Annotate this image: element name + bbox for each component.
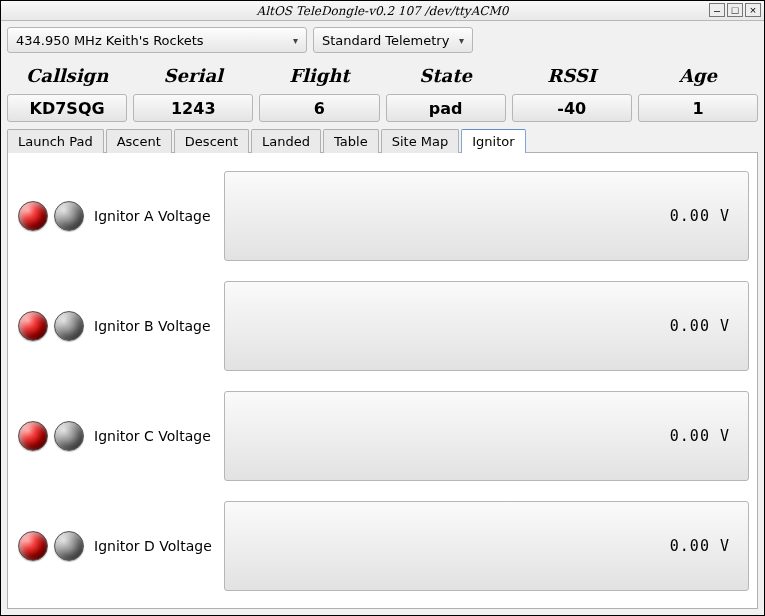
telemetry-dropdown[interactable]: Standard Telemetry ▾ [313, 27, 473, 53]
chevron-down-icon: ▾ [293, 35, 298, 46]
status-header: State [386, 59, 506, 90]
led-red-icon [18, 421, 48, 451]
status-value: pad [386, 94, 506, 122]
voltage-display: 0.00 V [224, 391, 749, 481]
ignitor-label: Ignitor A Voltage [94, 208, 214, 224]
ignitor-label: Ignitor B Voltage [94, 318, 214, 334]
status-age: Age 1 [638, 59, 758, 122]
status-header: Serial [133, 59, 253, 90]
ignitor-panel: Ignitor A Voltage 0.00 V Ignitor B Volta… [7, 152, 758, 609]
tab-ignitor[interactable]: Ignitor [461, 129, 525, 153]
ignitor-label: Ignitor C Voltage [94, 428, 214, 444]
status-header: Age [638, 59, 758, 90]
led-group [18, 531, 84, 561]
status-header: Flight [259, 59, 379, 90]
status-value: 1243 [133, 94, 253, 122]
status-value: -40 [512, 94, 632, 122]
ignitor-row: Ignitor C Voltage 0.00 V [16, 381, 749, 491]
status-row: Callsign KD7SQG Serial 1243 Flight 6 Sta… [1, 55, 764, 128]
frequency-dropdown[interactable]: 434.950 MHz Keith's Rockets ▾ [7, 27, 307, 53]
led-red-icon [18, 201, 48, 231]
status-header: Callsign [7, 59, 127, 90]
status-value: KD7SQG [7, 94, 127, 122]
tab-table[interactable]: Table [323, 129, 379, 153]
chevron-down-icon: ▾ [459, 35, 464, 46]
status-state: State pad [386, 59, 506, 122]
window-controls: – □ × [709, 3, 761, 17]
app-window: AltOS TeleDongle-v0.2 107 /dev/ttyACM0 –… [0, 0, 765, 616]
voltage-display: 0.00 V [224, 281, 749, 371]
voltage-display: 0.00 V [224, 501, 749, 591]
tab-descent[interactable]: Descent [174, 129, 249, 153]
status-value: 6 [259, 94, 379, 122]
window-title: AltOS TeleDongle-v0.2 107 /dev/ttyACM0 [257, 4, 509, 18]
titlebar: AltOS TeleDongle-v0.2 107 /dev/ttyACM0 –… [1, 1, 764, 21]
voltage-display: 0.00 V [224, 171, 749, 261]
toolbar: 434.950 MHz Keith's Rockets ▾ Standard T… [1, 21, 764, 55]
led-red-icon [18, 531, 48, 561]
tab-landed[interactable]: Landed [251, 129, 321, 153]
tab-site-map[interactable]: Site Map [381, 129, 460, 153]
led-red-icon [18, 311, 48, 341]
status-rssi: RSSI -40 [512, 59, 632, 122]
led-grey-icon [54, 421, 84, 451]
led-group [18, 311, 84, 341]
close-button[interactable]: × [745, 3, 761, 17]
led-grey-icon [54, 311, 84, 341]
tab-launch-pad[interactable]: Launch Pad [7, 129, 104, 153]
led-grey-icon [54, 531, 84, 561]
ignitor-label: Ignitor D Voltage [94, 538, 214, 554]
tab-ascent[interactable]: Ascent [106, 129, 172, 153]
led-grey-icon [54, 201, 84, 231]
ignitor-row: Ignitor A Voltage 0.00 V [16, 161, 749, 271]
status-callsign: Callsign KD7SQG [7, 59, 127, 122]
frequency-value: 434.950 MHz Keith's Rockets [16, 33, 204, 48]
status-value: 1 [638, 94, 758, 122]
led-group [18, 201, 84, 231]
tabstrip: Launch Pad Ascent Descent Landed Table S… [1, 128, 764, 152]
ignitor-row: Ignitor B Voltage 0.00 V [16, 271, 749, 381]
status-header: RSSI [512, 59, 632, 90]
status-serial: Serial 1243 [133, 59, 253, 122]
maximize-button[interactable]: □ [727, 3, 743, 17]
minimize-button[interactable]: – [709, 3, 725, 17]
status-flight: Flight 6 [259, 59, 379, 122]
led-group [18, 421, 84, 451]
telemetry-value: Standard Telemetry [322, 33, 449, 48]
ignitor-row: Ignitor D Voltage 0.00 V [16, 491, 749, 601]
